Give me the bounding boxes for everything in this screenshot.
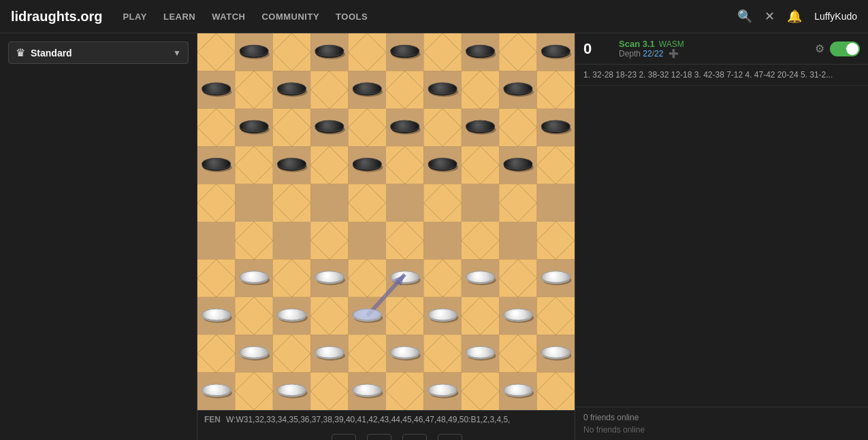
- left-sidebar: ♛ Standard ▼: [0, 33, 197, 440]
- notification-icon[interactable]: 🔔: [787, 9, 802, 24]
- engine-space: [575, 86, 868, 407]
- variant-label: Standard: [31, 48, 167, 58]
- friends-empty: No friends online: [583, 425, 860, 435]
- header-right: 🔍 ✕ 🔔 LuffyKudo: [737, 9, 857, 24]
- engine-score: 0: [583, 40, 611, 58]
- engine-plus-icon[interactable]: ➕: [669, 49, 679, 58]
- next-move-button[interactable]: ▶: [402, 434, 427, 440]
- nav-learn[interactable]: LEARN: [163, 12, 195, 22]
- main-nav: PLAY LEARN WATCH COMMUNITY TOOLS: [123, 12, 737, 22]
- close-icon[interactable]: ✕: [765, 9, 775, 24]
- crown-icon: ♛: [16, 46, 25, 59]
- username[interactable]: LuffyKudo: [814, 11, 857, 22]
- engine-settings-button[interactable]: ⚙: [815, 42, 824, 55]
- fen-label: FEN: [204, 415, 221, 424]
- last-move-button[interactable]: ⏭: [438, 434, 462, 440]
- friends-count: 0 friends online: [583, 413, 860, 422]
- engine-depth-max: 22: [654, 49, 663, 58]
- engine-header: 0 Scan 3.1 WASM Depth 22/22 ➕ ⚙: [575, 33, 868, 65]
- target-icon[interactable]: ◎: [310, 437, 321, 440]
- board-container[interactable]: [197, 33, 575, 410]
- search-icon[interactable]: 🔍: [737, 9, 752, 24]
- dropdown-arrow-icon: ▼: [173, 48, 181, 58]
- engine-info: Scan 3.1 WASM Depth 22/22 ➕: [619, 39, 807, 58]
- draughts-board[interactable]: [197, 33, 575, 410]
- engine-type: WASM: [659, 39, 684, 49]
- fen-value[interactable]: W:W31,32,33,34,35,36,37,38,39,40,41,42,4…: [226, 415, 510, 424]
- site-logo[interactable]: lidraughts.org: [11, 9, 102, 24]
- nav-tools[interactable]: TOOLS: [336, 12, 368, 22]
- variant-selector[interactable]: ♛ Standard ▼: [8, 41, 189, 64]
- first-move-button[interactable]: ⏮: [332, 434, 356, 440]
- engine-settings: ⚙: [815, 41, 860, 56]
- engine-line: 1. 32-28 18-23 2. 38-32 12-18 3. 42-38 7…: [575, 65, 868, 86]
- engine-name: Scan 3.1: [619, 39, 655, 49]
- engine-toggle[interactable]: [830, 41, 860, 56]
- nav-watch[interactable]: WATCH: [212, 12, 245, 22]
- main-content: ♛ Standard ▼ FEN W:W31,32,33,34,35,36,37…: [0, 33, 868, 440]
- engine-depth: Depth 22/22 ➕: [619, 49, 807, 58]
- friends-panel: 0 friends online No friends online: [575, 407, 868, 440]
- nav-community[interactable]: COMMUNITY: [261, 12, 319, 22]
- board-area: FEN W:W31,32,33,34,35,36,37,38,39,40,41,…: [197, 33, 575, 440]
- engine-depth-current: 22: [643, 49, 652, 58]
- nav-play[interactable]: PLAY: [123, 12, 146, 22]
- board-controls: ◎ ⏮ ◀ ▶ ⏭: [197, 428, 575, 440]
- right-panel: 0 Scan 3.1 WASM Depth 22/22 ➕ ⚙ 1. 32-2: [575, 33, 868, 440]
- prev-move-button[interactable]: ◀: [367, 434, 391, 440]
- fen-bar: FEN W:W31,32,33,34,35,36,37,38,39,40,41,…: [197, 410, 575, 428]
